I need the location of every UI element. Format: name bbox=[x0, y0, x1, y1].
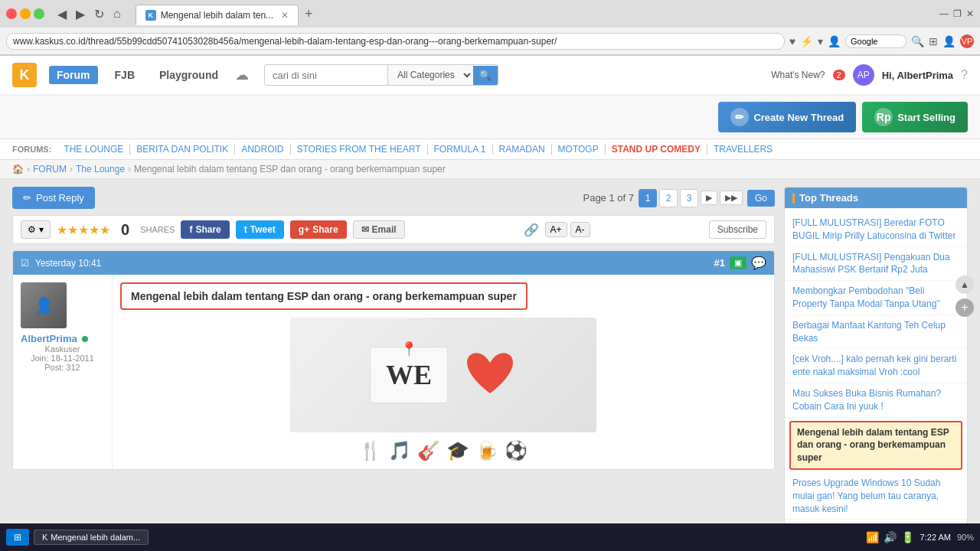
star-rating[interactable]: ★★★★★ bbox=[57, 223, 110, 237]
next-page-button[interactable]: ▶ bbox=[701, 191, 717, 205]
twitter-share-button[interactable]: t Tweet bbox=[236, 220, 284, 239]
back-button[interactable]: ◀ bbox=[54, 5, 70, 23]
address-bar: ♥ ⚡ ▾ 👤 🔍 ⊞ 👤 VP bbox=[0, 28, 980, 55]
emoji-2: 🎵 bbox=[388, 440, 411, 461]
window-minimize-button[interactable] bbox=[20, 8, 31, 19]
font-increase-button[interactable]: A+ bbox=[545, 222, 567, 237]
notification-icon[interactable]: VP bbox=[960, 34, 974, 48]
bookmark-icon[interactable]: ♥ bbox=[789, 35, 795, 47]
whats-new-label[interactable]: What's New? bbox=[771, 70, 825, 80]
help-button[interactable]: ? bbox=[961, 68, 968, 82]
user-circle-icon[interactable]: 👤 bbox=[942, 35, 956, 47]
top-thread-2[interactable]: [FULL MULUSTRASI] Pengakuan Dua Mahasisw… bbox=[785, 247, 967, 282]
top-thread-5[interactable]: [cek Vroh....] kalo pernah kek gini bera… bbox=[785, 349, 967, 383]
nav-travellers[interactable]: TRAVELLERS bbox=[707, 144, 779, 155]
post-content-area: Mengenal lebih dalam tentang ESP dan ora… bbox=[113, 275, 774, 469]
user-avatar[interactable]: AP bbox=[853, 64, 874, 86]
go-button[interactable]: Go bbox=[747, 190, 775, 207]
nav-the-lounge[interactable]: THE LOUNGE bbox=[57, 144, 130, 155]
nav-stand-up-comedy[interactable]: STAND UP COMEDY bbox=[606, 144, 707, 155]
author-name[interactable]: AlbertPrima bbox=[21, 333, 77, 344]
user-name-label: Hi, AlbertPrima bbox=[882, 70, 953, 81]
top-thread-8[interactable]: Proses Upgrade Windows 10 Sudah mulai ga… bbox=[785, 473, 967, 520]
notification-badge[interactable]: 2 bbox=[833, 70, 845, 80]
search-button[interactable]: 🔍 bbox=[473, 66, 498, 85]
start-button[interactable]: ⊞ bbox=[6, 529, 29, 546]
breadcrumb-lounge[interactable]: The Lounge bbox=[76, 164, 125, 174]
nav-fjb[interactable]: FJB bbox=[107, 66, 142, 84]
post-reply-button[interactable]: ✏ Post Reply bbox=[12, 187, 95, 209]
nav-motogp[interactable]: MOTOGP bbox=[552, 144, 606, 155]
settings-button[interactable]: ⚙ ▾ bbox=[21, 220, 51, 239]
font-size-buttons: A+ A- bbox=[545, 222, 590, 237]
profile-icon[interactable]: 👤 bbox=[828, 35, 841, 47]
we-card: 📍 WE bbox=[370, 347, 448, 403]
post-report-icon[interactable]: ▣ bbox=[730, 256, 746, 269]
facebook-share-button[interactable]: f Share bbox=[181, 220, 229, 239]
reload-button[interactable]: ↻ bbox=[90, 5, 108, 23]
search-engine-input[interactable] bbox=[845, 34, 906, 48]
search-icon[interactable]: 🔍 bbox=[911, 35, 924, 47]
zoom-level: 90% bbox=[957, 533, 974, 542]
page-2-link[interactable]: 2 bbox=[659, 189, 678, 207]
site-logo[interactable]: K bbox=[12, 63, 37, 87]
top-threads-title: Top Threads bbox=[785, 187, 967, 208]
email-share-button[interactable]: ✉ Email bbox=[353, 220, 405, 239]
scroll-plus-button[interactable]: + bbox=[956, 298, 974, 317]
window-maximize-button[interactable] bbox=[34, 8, 44, 19]
menu-icon[interactable]: ▾ bbox=[818, 35, 823, 47]
link-icon[interactable]: 🔗 bbox=[524, 223, 539, 237]
create-thread-button[interactable]: ✏ Create New Thread bbox=[718, 102, 856, 132]
author-post-count: Post: 312 bbox=[21, 363, 104, 372]
gplus-share-button[interactable]: g+ Share bbox=[290, 220, 347, 239]
post-quote-icon[interactable]: 💬 bbox=[751, 256, 766, 270]
breadcrumb: 🏠 › FORUM › The Lounge › Mengenal lebih … bbox=[0, 160, 980, 179]
top-thread-4[interactable]: Berbagai Manfaat Kantong Teh Celup Bekas bbox=[785, 315, 967, 350]
forward-button[interactable]: ▶ bbox=[72, 5, 89, 23]
grid-icon[interactable]: ⊞ bbox=[929, 35, 938, 47]
search-input[interactable] bbox=[265, 66, 387, 85]
top-thread-1[interactable]: [FULL MULUSTRASI] Beredar FOTO BUGIL Mir… bbox=[785, 213, 967, 247]
home-button[interactable]: ⌂ bbox=[109, 5, 125, 23]
nav-stories-from-heart[interactable]: STORIES FROM THE HEART bbox=[291, 144, 428, 155]
page-3-link[interactable]: 3 bbox=[680, 189, 698, 207]
search-category-select[interactable]: All Categories bbox=[387, 65, 473, 85]
nav-formula1[interactable]: FORMULA 1 bbox=[428, 144, 493, 155]
taskbar-app-button[interactable]: K Mengenal lebih dalam... bbox=[34, 530, 149, 545]
post-checkbox[interactable]: ☑ bbox=[21, 258, 29, 269]
new-tab-button[interactable]: + bbox=[299, 3, 319, 25]
page-1-link[interactable]: 1 bbox=[639, 189, 657, 207]
nav-berita-dan-politik[interactable]: BERITA DAN POLITIK bbox=[130, 144, 235, 155]
nav-playground[interactable]: Playground bbox=[152, 66, 226, 84]
pin-icon: 📍 bbox=[400, 341, 417, 357]
lightning-icon[interactable]: ⚡ bbox=[800, 35, 813, 47]
post-header: ☑ Yesterday 10:41 #1 ▣ 💬 bbox=[13, 251, 774, 275]
post-number: #1 bbox=[714, 257, 725, 269]
nav-android[interactable]: ANDROID bbox=[235, 144, 290, 155]
nav-ramadan[interactable]: RAMADAN bbox=[493, 144, 552, 155]
breadcrumb-home[interactable]: 🏠 bbox=[12, 164, 24, 174]
font-decrease-button[interactable]: A- bbox=[570, 222, 590, 237]
post-container: ☑ Yesterday 10:41 #1 ▣ 💬 👤 AlbertPrima K… bbox=[12, 250, 775, 470]
active-tab[interactable]: K Mengenal lebih dalam ten... ✕ bbox=[136, 5, 299, 25]
url-input[interactable] bbox=[6, 33, 785, 50]
top-thread-7-highlight[interactable]: Mengenal lebih dalam tentang ESP dan ora… bbox=[789, 421, 962, 470]
nav-forum[interactable]: Forum bbox=[49, 66, 98, 84]
breadcrumb-forum[interactable]: FORUM bbox=[33, 164, 67, 174]
close-btn[interactable]: ✕ bbox=[966, 8, 974, 19]
top-thread-6[interactable]: Mau Sukses Buka Bisnis Rumahan? Cobain C… bbox=[785, 383, 967, 418]
minimize-btn[interactable]: — bbox=[939, 8, 949, 19]
browser-titlebar: ◀ ▶ ↻ ⌂ K Mengenal lebih dalam ten... ✕ … bbox=[0, 0, 980, 28]
start-selling-button[interactable]: Rp Start Selling bbox=[862, 102, 968, 132]
subscribe-button[interactable]: Subscribe bbox=[709, 220, 766, 239]
forums-label: FORUMS: bbox=[12, 145, 51, 154]
scroll-up-button[interactable]: ▲ bbox=[956, 276, 974, 294]
last-page-button[interactable]: ▶▶ bbox=[720, 191, 743, 205]
restore-btn[interactable]: ❐ bbox=[953, 8, 962, 19]
emoji-5: 🍺 bbox=[475, 440, 498, 461]
share-bar: ⚙ ▾ ★★★★★ 0 SHARES f Share t Tweet g+ Sh… bbox=[12, 215, 775, 244]
window-controls[interactable] bbox=[6, 8, 44, 19]
window-close-button[interactable] bbox=[6, 8, 17, 19]
tab-close-button[interactable]: ✕ bbox=[281, 10, 289, 21]
top-thread-3[interactable]: Membongkar Pembodohan "Beli Property Tan… bbox=[785, 281, 967, 315]
